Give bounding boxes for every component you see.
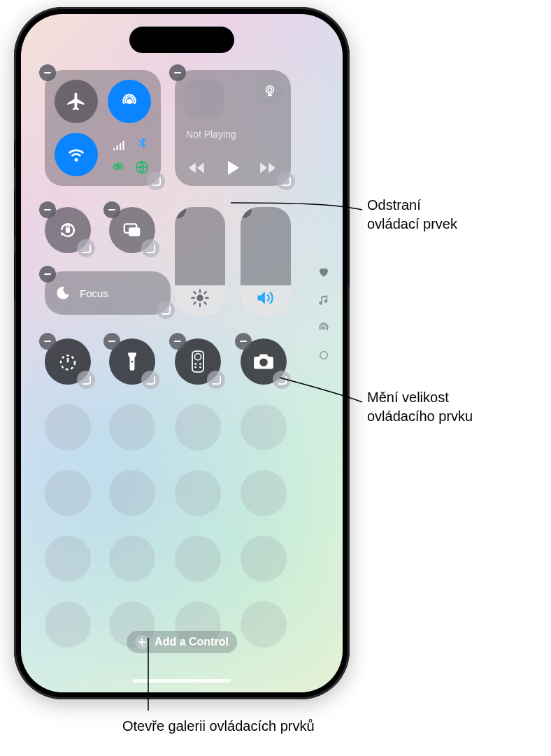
callout-leader-lines bbox=[0, 0, 551, 756]
stage: { "media": { "status": "Not Playing" }, … bbox=[0, 0, 551, 756]
